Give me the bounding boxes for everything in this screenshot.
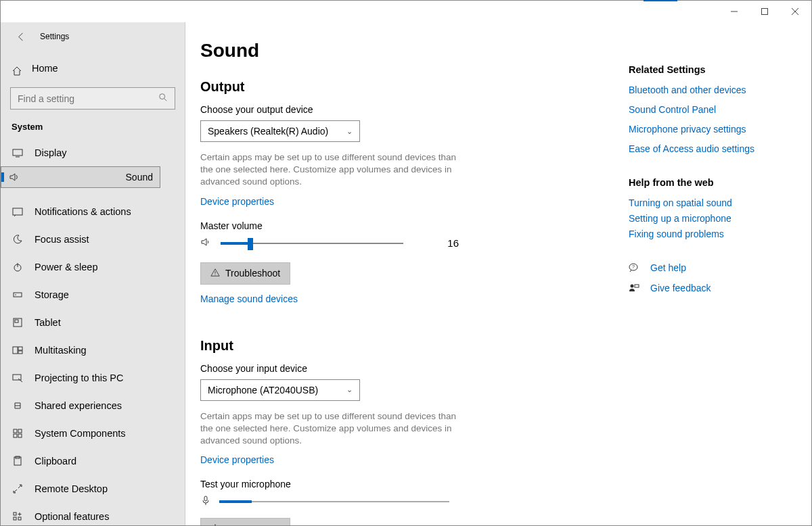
- sidebar-home-label: Home: [32, 63, 58, 74]
- svg-rect-11: [14, 293, 22, 297]
- help-web-header: Help from the web: [629, 177, 798, 188]
- sidebar-item-sound[interactable]: Sound: [1, 166, 160, 188]
- svg-rect-1: [761, 9, 767, 15]
- sidebar-item-tablet[interactable]: Tablet: [1, 308, 185, 336]
- output-manage-link[interactable]: Manage sound devices: [200, 293, 298, 304]
- output-device-select[interactable]: Speakers (Realtek(R) Audio) ⌄: [200, 120, 360, 142]
- svg-rect-14: [15, 320, 18, 322]
- sidebar-item-label: Clipboard: [35, 456, 76, 467]
- sidebar-item-label: Remote Desktop: [35, 483, 108, 494]
- input-device-properties-link[interactable]: Device properties: [200, 454, 274, 465]
- sidebar-item-notifications[interactable]: Notifications & actions: [1, 197, 185, 225]
- mic-level-meter: [219, 501, 449, 502]
- sidebar-item-label: Optional features: [35, 511, 109, 522]
- sidebar-item-projecting[interactable]: Projecting to this PC: [1, 364, 185, 391]
- output-device-value: Speakers (Realtek(R) Audio): [208, 126, 328, 137]
- related-link[interactable]: Microphone privacy settings: [629, 124, 798, 135]
- sidebar: Settings Home System Display: [1, 22, 185, 525]
- output-troubleshoot-button[interactable]: Troubleshoot: [200, 262, 290, 285]
- output-section: Output Choose your output device Speaker…: [200, 79, 602, 318]
- input-troubleshoot-button[interactable]: Troubleshoot: [200, 518, 290, 525]
- svg-rect-19: [14, 429, 17, 433]
- speaker-icon: [200, 237, 211, 250]
- sidebar-item-clipboard[interactable]: Clipboard: [1, 447, 185, 475]
- related-settings-header: Related Settings: [629, 64, 798, 75]
- sidebar-item-optional[interactable]: Optional features: [1, 502, 185, 525]
- search-box[interactable]: [10, 87, 175, 110]
- sidebar-item-label: Display: [35, 147, 67, 158]
- projecting-icon: [12, 373, 24, 383]
- sidebar-item-label: Notifications & actions: [35, 206, 131, 217]
- sidebar-item-storage[interactable]: Storage: [1, 281, 185, 308]
- related-link[interactable]: Ease of Access audio settings: [629, 143, 798, 154]
- input-note: Certain apps may be set up to use differ…: [200, 410, 464, 448]
- notifications-icon: [12, 206, 24, 217]
- output-note: Certain apps may be set up to use differ…: [200, 151, 464, 189]
- get-help-link[interactable]: ? Get help: [629, 262, 798, 273]
- shared-icon: [12, 400, 24, 411]
- troubleshoot-label: Troubleshoot: [225, 268, 280, 279]
- web-help-link[interactable]: Turning on spatial sound: [629, 197, 798, 208]
- web-help-link[interactable]: Fixing sound problems: [629, 229, 798, 239]
- svg-rect-27: [18, 517, 21, 520]
- input-choose-label: Choose your input device: [200, 363, 602, 374]
- help-icon: ?: [629, 262, 641, 273]
- sidebar-item-label: Storage: [35, 289, 69, 300]
- svg-rect-20: [18, 429, 22, 433]
- sidebar-item-components[interactable]: System Components: [1, 419, 185, 447]
- mic-level-fill: [219, 500, 252, 503]
- svg-rect-6: [13, 149, 22, 156]
- sidebar-item-power[interactable]: Power & sleep: [1, 253, 185, 281]
- input-heading: Input: [200, 338, 602, 354]
- svg-point-4: [160, 94, 165, 99]
- output-heading: Output: [200, 79, 602, 95]
- test-mic-label: Test your microphone: [200, 479, 602, 489]
- slider-thumb[interactable]: [248, 238, 253, 250]
- sound-icon: [8, 172, 20, 183]
- sidebar-section-header: System: [1, 122, 185, 139]
- give-feedback-link[interactable]: Give feedback: [629, 283, 798, 293]
- svg-rect-22: [18, 434, 22, 437]
- sidebar-nav[interactable]: Display Sound Notifications & actions Fo…: [1, 139, 185, 525]
- page-title: Sound: [200, 40, 602, 62]
- search-input[interactable]: [18, 93, 139, 104]
- remote-icon: [12, 483, 24, 494]
- sidebar-item-remote[interactable]: Remote Desktop: [1, 475, 185, 502]
- back-button[interactable]: [14, 30, 28, 43]
- sidebar-item-focus-assist[interactable]: Focus assist: [1, 225, 185, 253]
- sidebar-item-label: Tablet: [35, 317, 61, 328]
- output-device-properties-link[interactable]: Device properties: [200, 196, 274, 207]
- search-icon: [158, 93, 168, 104]
- close-button[interactable]: [780, 1, 810, 22]
- svg-rect-42: [635, 285, 639, 287]
- input-device-select[interactable]: Microphone (AT2040USB) ⌄: [200, 379, 360, 401]
- sidebar-item-display[interactable]: Display: [1, 139, 185, 166]
- svg-rect-21: [14, 434, 17, 437]
- master-volume-slider[interactable]: [221, 243, 403, 244]
- moon-icon: [12, 234, 24, 245]
- web-help-link[interactable]: Setting up a microphone: [629, 213, 798, 224]
- troubleshoot-label: Troubleshoot: [225, 524, 280, 525]
- related-link[interactable]: Sound Control Panel: [629, 104, 798, 115]
- sidebar-item-label: Projecting to this PC: [35, 373, 123, 383]
- get-help-label: Get help: [650, 262, 686, 273]
- warning-icon: [210, 523, 220, 525]
- chevron-down-icon: ⌄: [346, 385, 353, 394]
- plus-grid-icon: [12, 511, 24, 522]
- svg-line-5: [164, 99, 167, 101]
- sidebar-home[interactable]: Home: [1, 53, 185, 87]
- svg-rect-8: [13, 208, 22, 215]
- sidebar-item-multitasking[interactable]: Multitasking: [1, 336, 185, 364]
- microphone-icon: [200, 495, 211, 508]
- svg-text:?: ?: [632, 264, 635, 269]
- minimize-button[interactable]: [719, 1, 749, 22]
- svg-point-12: [15, 294, 16, 295]
- clipboard-icon: [12, 456, 24, 467]
- home-icon: [12, 66, 22, 76]
- give-feedback-label: Give feedback: [650, 283, 711, 293]
- related-link[interactable]: Bluetooth and other devices: [629, 85, 798, 95]
- tablet-icon: [12, 317, 24, 328]
- app-title: Settings: [40, 32, 69, 41]
- maximize-button[interactable]: [749, 1, 780, 22]
- sidebar-item-shared[interactable]: Shared experiences: [1, 391, 185, 419]
